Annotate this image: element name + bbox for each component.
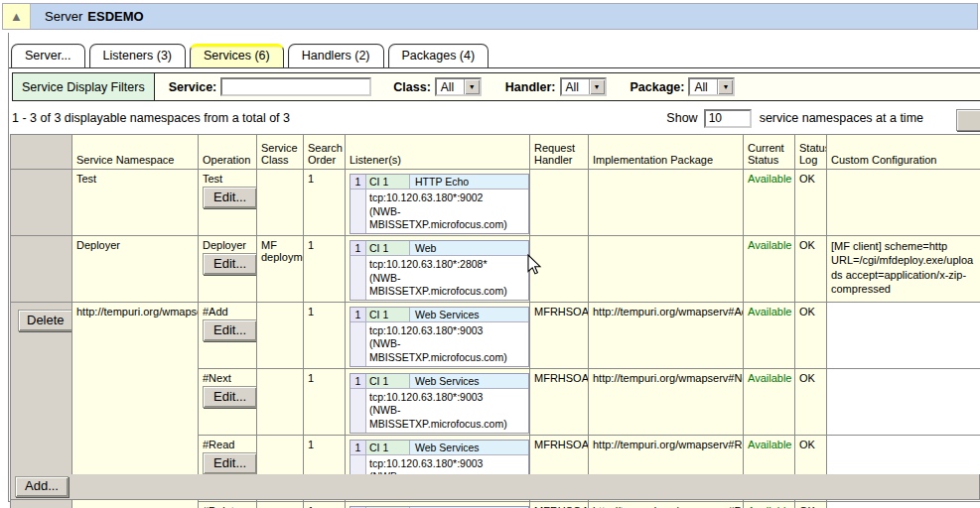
package-select[interactable]: All ▼ [688, 77, 735, 96]
operation-label: #Read [203, 439, 252, 450]
tab-handlers[interactable]: Handlers (2) [288, 44, 384, 67]
table-header-row: Service Namespace Operation Service Clas… [11, 135, 980, 170]
operation-label: #Delete [203, 505, 252, 508]
listener-conversation: CI 1 [366, 308, 410, 322]
listener-endpoint: tcp:10.120.63.180*:9002 [369, 191, 525, 205]
request-handler-cell [530, 170, 589, 236]
add-button[interactable]: Add... [15, 476, 69, 497]
listeners-cell: 1 CI 1 Web Services tcp:10.120.63.180*:9… [346, 302, 530, 368]
column-header-status-log: Status Log [795, 135, 827, 170]
listener-name: Web [410, 241, 528, 256]
table-row: Delete http://tempuri.org/wmapserv #Add … [11, 302, 980, 368]
operation-cell: #Next Edit... [199, 368, 257, 435]
listener-conversation: CI 1 [366, 175, 410, 190]
page-forward-button[interactable] [956, 109, 980, 131]
operation-cell: Deployer Edit... [199, 235, 257, 302]
listener-number: 1 [350, 374, 366, 389]
listener-endpoint-block: tcp:10.120.63.180*:9003 (NWB-MBISSETXP.m… [366, 322, 528, 366]
status-log-cell[interactable]: OK [795, 235, 827, 302]
column-header-operation: Operation [199, 135, 257, 170]
listener-endpoint-block: tcp:10.120.63.180*:2808* (NWB-MBISSETXP.… [366, 256, 528, 300]
collapse-button[interactable]: ▲ [3, 4, 31, 29]
class-select[interactable]: All ▼ [435, 77, 482, 96]
chevron-down-icon[interactable]: ▼ [464, 79, 480, 94]
collapse-triangle-icon: ▲ [10, 9, 23, 24]
table-row: Test Test Edit... 1 1 CI 1 HTTP Echo tcp… [11, 170, 980, 236]
listener-chip: 1 CI 1 HTTP Echo tcp:10.120.63.180*:9002… [350, 174, 529, 234]
listener-conversation: CI 1 [366, 241, 410, 256]
listener-host: (NWB-MBISSETXP.microfocus.com) [369, 205, 525, 232]
server-title-prefix: Server [45, 9, 82, 24]
current-status-cell: Available [744, 302, 795, 368]
left-frame-line [8, 33, 9, 502]
handler-select[interactable]: All ▼ [560, 77, 607, 96]
tab-listeners[interactable]: Listeners (3) [89, 44, 186, 67]
service-class-cell [257, 501, 304, 508]
package-filter-label: Package: [630, 80, 685, 94]
listener-host: (NWB-MBISSETXP.microfocus.com) [369, 404, 525, 431]
delete-button[interactable]: Delete [18, 310, 72, 331]
chevron-down-icon[interactable]: ▼ [717, 79, 733, 94]
request-handler-cell: MFRHSOAP [530, 368, 589, 435]
column-header-actions [11, 135, 72, 170]
request-handler-cell [530, 235, 589, 302]
show-suffix-label: service namespaces at a time [760, 111, 923, 125]
chevron-down-icon[interactable]: ▼ [589, 79, 605, 94]
listener-spacer [350, 389, 366, 433]
listener-endpoint: tcp:10.120.63.180*:2808* [369, 258, 525, 272]
custom-configuration-cell [827, 501, 980, 508]
listener-endpoint: tcp:10.120.63.180*:9003 [369, 457, 525, 471]
service-class-cell [257, 170, 304, 236]
custom-configuration-cell [827, 368, 980, 435]
operation-cell: #Add Edit... [199, 302, 257, 368]
table-row: Deployer Deployer Edit... MF deployment … [11, 235, 980, 302]
listener-chip: 1 CI 1 Web Services tcp:10.120.63.180*:9… [350, 373, 529, 434]
status-log-cell[interactable]: OK [795, 302, 827, 368]
listener-chip: 1 CI 1 Web Services tcp:10.120.63.180*:9… [350, 307, 529, 367]
listener-host: (NWB-MBISSETXP.microfocus.com) [369, 272, 525, 299]
handler-select-value: All [562, 79, 589, 94]
implementation-package-cell: http://tempuri.org/wmapserv#Add [589, 302, 744, 368]
namespace-count-summary: 1 - 3 of 3 displayable namespaces from a… [12, 111, 290, 125]
custom-configuration-cell [827, 302, 980, 368]
implementation-package-cell [589, 235, 744, 302]
server-title-bar: ▲ Server ESDEMO [2, 3, 978, 30]
services-table: Service Namespace Operation Service Clas… [10, 134, 980, 508]
namespace-cell: Deployer [72, 235, 199, 302]
listener-number: 1 [350, 441, 366, 455]
current-status-cell: Available [744, 235, 795, 302]
service-display-filters-bar: Service Display Filters Service: Class: … [12, 72, 980, 101]
service-class-cell: MF deployment [257, 235, 304, 302]
listener-number: 1 [350, 175, 366, 190]
column-header-service-class: Service Class [257, 135, 304, 170]
tab-services[interactable]: Services (6) [190, 44, 284, 67]
column-header-current-status: Current Status [744, 135, 795, 170]
listener-name: Web Services [410, 441, 528, 455]
search-order-cell: 1 [304, 235, 346, 302]
tab-packages[interactable]: Packages (4) [388, 44, 490, 67]
tab-server[interactable]: Server... [11, 44, 85, 67]
row-action-cell [11, 170, 72, 236]
listener-number: 1 [350, 308, 366, 322]
listener-number: 1 [350, 241, 366, 256]
handler-filter-label: Handler: [505, 80, 556, 94]
listener-endpoint: tcp:10.120.63.180*:9003 [369, 324, 525, 338]
search-order-cell: 1 [304, 170, 346, 236]
listener-endpoint-block: tcp:10.120.63.180*:9003 (NWB-MBISSETXP.m… [366, 389, 528, 433]
status-log-cell[interactable]: OK [795, 170, 827, 236]
service-filter-input[interactable] [220, 77, 371, 96]
edit-button[interactable]: Edit... [203, 452, 257, 474]
edit-button[interactable]: Edit... [203, 253, 257, 275]
listener-conversation: CI 1 [366, 374, 410, 389]
listener-name: Web Services [410, 308, 528, 322]
edit-button[interactable]: Edit... [203, 386, 257, 408]
show-count-input[interactable] [704, 109, 752, 128]
listener-spacer [350, 190, 366, 233]
edit-button[interactable]: Edit... [203, 319, 257, 341]
status-log-cell[interactable]: OK [795, 501, 827, 508]
search-order-cell: 1 [304, 501, 346, 508]
operation-cell: Test Edit... [199, 170, 257, 236]
edit-button[interactable]: Edit... [203, 187, 257, 208]
listener-spacer [350, 256, 366, 300]
status-log-cell[interactable]: OK [795, 368, 827, 435]
